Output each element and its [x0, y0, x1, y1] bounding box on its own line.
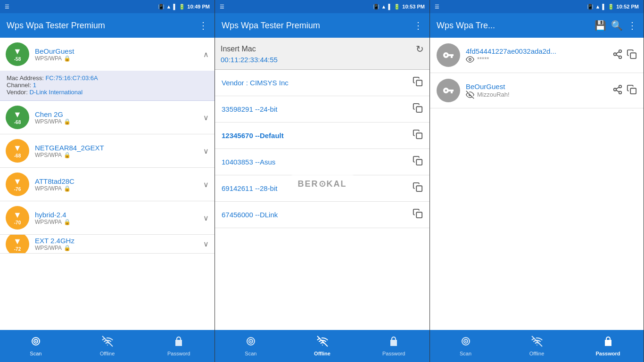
chevron-5: ∨	[203, 239, 209, 248]
network-info-0: BeOurGuest WPS/WPA 🔒	[35, 47, 203, 62]
bottom-nav-1: Scan Offline Password	[0, 330, 215, 362]
network-info-5: EXT 2.4GHz WPS/WPA 🔒	[35, 237, 203, 251]
copy-icon2-1[interactable]	[627, 84, 637, 97]
nav-offline-1[interactable]: Offline	[72, 336, 143, 356]
saved-entry-1[interactable]: BeOurGuest MizzouRah!	[430, 73, 644, 108]
svg-rect-6	[416, 133, 422, 139]
copy-icon-4[interactable]	[413, 182, 423, 195]
vibrate-icon-3: 📳	[587, 4, 594, 10]
password-label-1: Password	[167, 351, 190, 356]
app-bar-2: Wps Wpa Tester Premium ⋮	[215, 13, 429, 38]
scan-label-1: Scan	[30, 351, 41, 356]
svg-rect-8	[416, 186, 422, 191]
battery-icon: 🔋	[179, 4, 185, 10]
refresh-icon[interactable]: ↻	[416, 43, 424, 55]
wifi-status-icon-3: ▲	[595, 4, 601, 9]
network-item-2[interactable]: ▼ -68 NETGEAR84_2GEXT WPS/WPA 🔒 ∨	[0, 134, 215, 168]
svg-point-13	[322, 345, 323, 346]
menu-icon-3[interactable]: ⋮	[627, 20, 637, 31]
mac-value[interactable]: 00:11:22:33:44:55	[221, 56, 424, 64]
svg-line-19	[616, 51, 619, 53]
share-icon-0[interactable]	[612, 49, 623, 62]
saved-password-1: MizzouRah!	[477, 91, 510, 98]
eye-icon-0[interactable]	[466, 55, 474, 64]
copy-icon-3[interactable]	[413, 156, 423, 168]
panel1: ☰ 📳 ▲ ▌ 🔋 10:49 PM Wps Wpa Tester Premiu…	[0, 0, 215, 362]
share-icon-1[interactable]	[612, 84, 623, 97]
saved-info-1: BeOurGuest MizzouRah!	[466, 82, 607, 99]
nav-offline-3[interactable]: Offline	[501, 336, 572, 356]
network-item-5[interactable]: ▼ -72 EXT 2.4GHz WPS/WPA 🔒 ∨	[0, 235, 215, 254]
nav-scan-3[interactable]: Scan	[430, 336, 501, 356]
menu-icon-1[interactable]: ⋮	[198, 20, 208, 31]
saved-entry-0[interactable]: 4fd54441227ae0032ada2d... *****	[430, 38, 644, 73]
pin-item-2[interactable]: 12345670 --Default	[215, 123, 429, 149]
password-label-3: Password	[596, 351, 620, 356]
nav-password-1[interactable]: Password	[143, 336, 215, 356]
svg-line-18	[616, 55, 619, 57]
pin-item-4[interactable]: 69142611 --28-bit	[215, 175, 429, 202]
app-title-3: Wps Wpa Tre...	[437, 21, 495, 31]
copy-icon-2[interactable]	[413, 129, 423, 142]
network-details-0: Mac Address: FC:75:16:C7:03:6A Channel: …	[0, 71, 215, 101]
network-item-4[interactable]: ▼ -70 hybrid-2.4 WPS/WPA 🔒 ∨	[0, 201, 215, 235]
signal-circle-1: ▼ -68	[6, 106, 29, 129]
search-icon-3[interactable]: 🔍	[611, 20, 623, 31]
svg-rect-4	[416, 80, 422, 86]
offline-label-3: Offline	[529, 351, 545, 356]
chevron-1: ∨	[203, 113, 209, 122]
status-bar-2: ☰ 📳 ▲ ▌ 🔋 10:53 PM	[215, 0, 429, 13]
saved-password-0: *****	[477, 56, 489, 63]
pin-item-0[interactable]: Vendor : CIMSYS Inc	[215, 70, 429, 96]
signal-level-2: -68	[14, 153, 21, 158]
copy-icon-1[interactable]	[413, 103, 423, 115]
status-time-3: 📳 ▲ ▌ 🔋 10:52 PM	[587, 4, 639, 10]
nav-password-3[interactable]: Password	[572, 336, 644, 356]
wifi-icon-1: ▼	[13, 110, 22, 120]
pin-item-5[interactable]: 67456000 --DLink	[215, 202, 429, 228]
saved-name-0: 4fd54441227ae0032ada2d...	[466, 47, 607, 55]
network-name-4: hybrid-2.4	[35, 211, 203, 219]
status-bar-3: ☰ 📳 ▲ ▌ 🔋 10:52 PM	[430, 0, 644, 13]
network-item-1[interactable]: ▼ -68 Chen 2G WPS/WPA 🔒 ∨	[0, 101, 215, 134]
eye-slash-icon-1[interactable]	[466, 90, 474, 99]
svg-point-22	[619, 85, 622, 88]
android-icon-3: ☰	[435, 4, 439, 10]
offline-label-2: Offline	[314, 351, 330, 356]
network-item-0[interactable]: ▼ -58 BeOurGuest WPS/WPA 🔒 ∧	[0, 38, 215, 71]
nav-scan-1[interactable]: Scan	[0, 336, 72, 356]
app-bar-icons-3: 💾 🔍 ⋮	[594, 20, 637, 31]
network-item-3[interactable]: ▼ -76 ATT8tad28C WPS/WPA 🔒 ∨	[0, 168, 215, 201]
status-time-1: 📳 ▲ ▌ 🔋 10:49 PM	[158, 4, 210, 10]
nav-password-2[interactable]: Password	[358, 336, 429, 356]
nav-scan-2[interactable]: Scan	[215, 336, 287, 356]
network-name-1: Chen 2G	[35, 110, 203, 118]
mac-address: FC:75:16:C7:03:6A	[45, 74, 98, 82]
vendor: D-Link International	[29, 89, 83, 96]
save-icon-3[interactable]: 💾	[594, 20, 606, 31]
offline-icon-3	[531, 336, 543, 349]
lock-icon-2: 🔒	[64, 152, 71, 158]
app-bar-3: Wps Wpa Tre... 💾 🔍 ⋮	[430, 13, 644, 38]
svg-point-23	[614, 88, 617, 91]
lock-icon-3: 🔒	[64, 185, 71, 192]
menu-icon-2[interactable]: ⋮	[413, 20, 423, 31]
signal-icon: ▌	[173, 4, 177, 9]
copy-icon-0[interactable]	[413, 76, 423, 89]
network-type-3: WPS/WPA 🔒	[35, 185, 203, 192]
vibrate-icon: 📳	[158, 4, 165, 10]
svg-point-30	[465, 341, 466, 342]
signal-level-1: -68	[14, 120, 21, 125]
copy-icon-5[interactable]	[413, 208, 423, 221]
nav-offline-2[interactable]: Offline	[287, 336, 358, 356]
key-circle-0	[437, 43, 460, 67]
network-list: ▼ -58 BeOurGuest WPS/WPA 🔒 ∧ Mac Address…	[0, 38, 215, 330]
lock-icon-0: 🔒	[64, 55, 71, 62]
signal-circle-0: ▼ -58	[6, 42, 29, 66]
pin-item-3[interactable]: 10403853 --Asus	[215, 149, 429, 175]
pin-item-1[interactable]: 33598291 --24-bit	[215, 96, 429, 123]
bottom-nav-3: Scan Offline Password	[430, 330, 644, 362]
saved-actions-0	[612, 49, 637, 62]
copy-icon2-0[interactable]	[627, 49, 637, 62]
network-name-2: NETGEAR84_2GEXT	[35, 144, 203, 152]
